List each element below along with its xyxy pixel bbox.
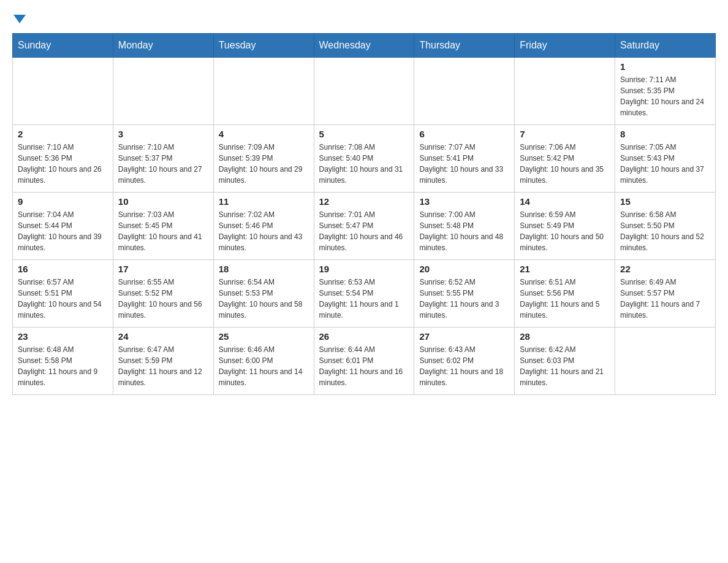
day-info: Sunrise: 7:10 AM Sunset: 5:36 PM Dayligh… xyxy=(18,142,108,186)
calendar-cell xyxy=(414,58,515,125)
calendar-cell: 19Sunrise: 6:53 AM Sunset: 5:54 PM Dayli… xyxy=(314,260,414,327)
calendar-cell: 12Sunrise: 7:01 AM Sunset: 5:47 PM Dayli… xyxy=(314,193,414,260)
calendar-cell: 8Sunrise: 7:05 AM Sunset: 5:43 PM Daylig… xyxy=(615,125,716,193)
calendar-cell: 22Sunrise: 6:49 AM Sunset: 5:57 PM Dayli… xyxy=(615,260,716,327)
day-info: Sunrise: 6:58 AM Sunset: 5:50 PM Dayligh… xyxy=(620,209,710,253)
day-number: 13 xyxy=(419,196,509,207)
calendar-cell: 1Sunrise: 7:11 AM Sunset: 5:35 PM Daylig… xyxy=(615,58,716,125)
day-number: 2 xyxy=(18,129,108,139)
day-number: 3 xyxy=(118,129,208,139)
day-info: Sunrise: 7:03 AM Sunset: 5:45 PM Dayligh… xyxy=(118,209,208,253)
day-number: 15 xyxy=(620,196,710,207)
calendar-cell xyxy=(113,58,213,125)
calendar-cell: 3Sunrise: 7:10 AM Sunset: 5:37 PM Daylig… xyxy=(113,125,213,193)
day-info: Sunrise: 7:02 AM Sunset: 5:46 PM Dayligh… xyxy=(219,209,309,253)
day-info: Sunrise: 7:00 AM Sunset: 5:48 PM Dayligh… xyxy=(419,209,509,253)
calendar-cell: 20Sunrise: 6:52 AM Sunset: 5:55 PM Dayli… xyxy=(414,260,515,327)
day-number: 8 xyxy=(620,129,710,139)
week-row: 1Sunrise: 7:11 AM Sunset: 5:35 PM Daylig… xyxy=(13,58,716,125)
day-of-week-header: Tuesday xyxy=(213,34,314,58)
calendar-cell: 11Sunrise: 7:02 AM Sunset: 5:46 PM Dayli… xyxy=(213,193,314,260)
calendar-cell: 26Sunrise: 6:44 AM Sunset: 6:01 PM Dayli… xyxy=(314,327,414,395)
calendar-cell: 13Sunrise: 7:00 AM Sunset: 5:48 PM Dayli… xyxy=(414,193,515,260)
day-number: 24 xyxy=(118,331,208,342)
day-info: Sunrise: 6:46 AM Sunset: 6:00 PM Dayligh… xyxy=(219,344,309,388)
day-info: Sunrise: 7:08 AM Sunset: 5:40 PM Dayligh… xyxy=(319,142,409,186)
day-number: 28 xyxy=(520,331,610,342)
calendar-cell: 15Sunrise: 6:58 AM Sunset: 5:50 PM Dayli… xyxy=(615,193,716,260)
day-info: Sunrise: 6:55 AM Sunset: 5:52 PM Dayligh… xyxy=(118,277,208,321)
day-number: 7 xyxy=(520,129,610,139)
day-number: 9 xyxy=(18,196,108,207)
day-number: 20 xyxy=(419,264,509,274)
calendar-cell xyxy=(314,58,414,125)
calendar-cell: 5Sunrise: 7:08 AM Sunset: 5:40 PM Daylig… xyxy=(314,125,414,193)
day-info: Sunrise: 6:53 AM Sunset: 5:54 PM Dayligh… xyxy=(319,277,409,321)
day-number: 12 xyxy=(319,196,409,207)
calendar-cell: 9Sunrise: 7:04 AM Sunset: 5:44 PM Daylig… xyxy=(13,193,113,260)
day-info: Sunrise: 7:06 AM Sunset: 5:42 PM Dayligh… xyxy=(520,142,610,186)
day-number: 25 xyxy=(219,331,309,342)
day-info: Sunrise: 6:54 AM Sunset: 5:53 PM Dayligh… xyxy=(219,277,309,321)
week-row: 23Sunrise: 6:48 AM Sunset: 5:58 PM Dayli… xyxy=(13,327,716,395)
calendar-cell xyxy=(615,327,716,395)
calendar-cell xyxy=(515,58,615,125)
calendar-cell: 18Sunrise: 6:54 AM Sunset: 5:53 PM Dayli… xyxy=(213,260,314,327)
calendar-cell: 24Sunrise: 6:47 AM Sunset: 5:59 PM Dayli… xyxy=(113,327,213,395)
day-info: Sunrise: 6:49 AM Sunset: 5:57 PM Dayligh… xyxy=(620,277,710,321)
day-of-week-header: Wednesday xyxy=(314,34,414,58)
calendar-body: 1Sunrise: 7:11 AM Sunset: 5:35 PM Daylig… xyxy=(13,58,716,395)
calendar-cell: 21Sunrise: 6:51 AM Sunset: 5:56 PM Dayli… xyxy=(515,260,615,327)
day-info: Sunrise: 6:51 AM Sunset: 5:56 PM Dayligh… xyxy=(520,277,610,321)
day-number: 14 xyxy=(520,196,610,207)
calendar-table: SundayMondayTuesdayWednesdayThursdayFrid… xyxy=(12,33,716,395)
day-number: 22 xyxy=(620,264,710,274)
page-header xyxy=(12,12,716,23)
day-of-week-header: Saturday xyxy=(615,34,716,58)
logo xyxy=(12,12,26,23)
day-info: Sunrise: 6:44 AM Sunset: 6:01 PM Dayligh… xyxy=(319,344,409,388)
day-info: Sunrise: 6:42 AM Sunset: 6:03 PM Dayligh… xyxy=(520,344,610,388)
day-of-week-header: Friday xyxy=(515,34,615,58)
day-info: Sunrise: 6:43 AM Sunset: 6:02 PM Dayligh… xyxy=(419,344,509,388)
day-info: Sunrise: 7:11 AM Sunset: 5:35 PM Dayligh… xyxy=(620,74,710,118)
day-info: Sunrise: 6:57 AM Sunset: 5:51 PM Dayligh… xyxy=(18,277,108,321)
day-of-week-header: Monday xyxy=(113,34,213,58)
calendar-cell: 25Sunrise: 6:46 AM Sunset: 6:00 PM Dayli… xyxy=(213,327,314,395)
calendar-cell: 10Sunrise: 7:03 AM Sunset: 5:45 PM Dayli… xyxy=(113,193,213,260)
day-number: 19 xyxy=(319,264,409,274)
day-info: Sunrise: 6:59 AM Sunset: 5:49 PM Dayligh… xyxy=(520,209,610,253)
week-row: 2Sunrise: 7:10 AM Sunset: 5:36 PM Daylig… xyxy=(13,125,716,193)
day-of-week-header: Thursday xyxy=(414,34,515,58)
day-number: 21 xyxy=(520,264,610,274)
calendar-cell: 4Sunrise: 7:09 AM Sunset: 5:39 PM Daylig… xyxy=(213,125,314,193)
day-info: Sunrise: 6:47 AM Sunset: 5:59 PM Dayligh… xyxy=(118,344,208,388)
calendar-cell xyxy=(13,58,113,125)
week-row: 9Sunrise: 7:04 AM Sunset: 5:44 PM Daylig… xyxy=(13,193,716,260)
day-number: 11 xyxy=(219,196,309,207)
calendar-cell xyxy=(213,58,314,125)
day-info: Sunrise: 7:04 AM Sunset: 5:44 PM Dayligh… xyxy=(18,209,108,253)
day-info: Sunrise: 6:52 AM Sunset: 5:55 PM Dayligh… xyxy=(419,277,509,321)
day-number: 16 xyxy=(18,264,108,274)
day-number: 17 xyxy=(118,264,208,274)
day-number: 5 xyxy=(319,129,409,139)
day-info: Sunrise: 6:48 AM Sunset: 5:58 PM Dayligh… xyxy=(18,344,108,388)
calendar-cell: 2Sunrise: 7:10 AM Sunset: 5:36 PM Daylig… xyxy=(13,125,113,193)
day-info: Sunrise: 7:07 AM Sunset: 5:41 PM Dayligh… xyxy=(419,142,509,186)
day-number: 4 xyxy=(219,129,309,139)
day-info: Sunrise: 7:05 AM Sunset: 5:43 PM Dayligh… xyxy=(620,142,710,186)
days-of-week-row: SundayMondayTuesdayWednesdayThursdayFrid… xyxy=(13,34,716,58)
calendar-cell: 6Sunrise: 7:07 AM Sunset: 5:41 PM Daylig… xyxy=(414,125,515,193)
day-info: Sunrise: 7:09 AM Sunset: 5:39 PM Dayligh… xyxy=(219,142,309,186)
day-number: 23 xyxy=(18,331,108,342)
calendar-cell: 27Sunrise: 6:43 AM Sunset: 6:02 PM Dayli… xyxy=(414,327,515,395)
day-info: Sunrise: 7:01 AM Sunset: 5:47 PM Dayligh… xyxy=(319,209,409,253)
logo-arrow-icon xyxy=(13,15,26,23)
day-number: 10 xyxy=(118,196,208,207)
day-number: 27 xyxy=(419,331,509,342)
calendar-header: SundayMondayTuesdayWednesdayThursdayFrid… xyxy=(13,34,716,58)
calendar-cell: 23Sunrise: 6:48 AM Sunset: 5:58 PM Dayli… xyxy=(13,327,113,395)
calendar-cell: 14Sunrise: 6:59 AM Sunset: 5:49 PM Dayli… xyxy=(515,193,615,260)
day-number: 1 xyxy=(620,61,710,72)
